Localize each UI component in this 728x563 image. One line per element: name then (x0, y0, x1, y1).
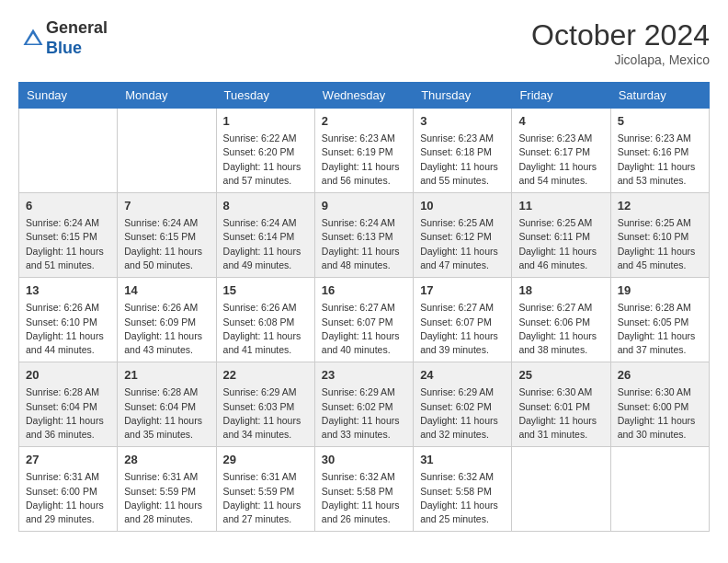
day-number: 3 (420, 113, 505, 130)
day-info: Sunrise: 6:23 AM Sunset: 6:19 PM Dayligh… (322, 132, 406, 188)
day-info: Sunrise: 6:29 AM Sunset: 6:02 PM Dayligh… (420, 385, 505, 442)
day-info: Sunrise: 6:32 AM Sunset: 5:58 PM Dayligh… (420, 470, 505, 526)
day-number: 1 (223, 113, 308, 130)
day-info: Sunrise: 6:25 AM Sunset: 6:10 PM Dayligh… (618, 216, 702, 272)
calendar-cell: 17Sunrise: 6:27 AM Sunset: 6:07 PM Dayli… (414, 278, 512, 362)
weekday-header-thursday: Thursday (414, 83, 512, 109)
day-info: Sunrise: 6:30 AM Sunset: 6:01 PM Dayligh… (518, 385, 603, 442)
day-number: 25 (518, 367, 603, 384)
day-info: Sunrise: 6:26 AM Sunset: 6:08 PM Dayligh… (223, 301, 308, 357)
weekday-header-row: SundayMondayTuesdayWednesdayThursdayFrid… (19, 83, 710, 109)
calendar-week-row: 1Sunrise: 6:22 AM Sunset: 6:20 PM Daylig… (19, 109, 710, 193)
weekday-header-tuesday: Tuesday (216, 83, 314, 109)
day-info: Sunrise: 6:27 AM Sunset: 6:06 PM Dayligh… (518, 301, 603, 357)
calendar-cell: 5Sunrise: 6:23 AM Sunset: 6:16 PM Daylig… (610, 109, 709, 193)
calendar-cell: 7Sunrise: 6:24 AM Sunset: 6:15 PM Daylig… (118, 193, 216, 278)
day-info: Sunrise: 6:26 AM Sunset: 6:09 PM Dayligh… (124, 301, 209, 357)
calendar-cell: 21Sunrise: 6:28 AM Sunset: 6:04 PM Dayli… (118, 362, 216, 447)
day-info: Sunrise: 6:26 AM Sunset: 6:10 PM Dayligh… (26, 301, 110, 357)
day-info: Sunrise: 6:27 AM Sunset: 6:07 PM Dayligh… (420, 301, 505, 357)
logo: General Blue (18, 18, 108, 58)
day-info: Sunrise: 6:22 AM Sunset: 6:20 PM Dayligh… (223, 132, 308, 188)
day-info: Sunrise: 6:24 AM Sunset: 6:15 PM Dayligh… (26, 216, 110, 272)
day-number: 16 (322, 282, 406, 299)
calendar-cell: 24Sunrise: 6:29 AM Sunset: 6:02 PM Dayli… (414, 362, 512, 447)
day-info: Sunrise: 6:27 AM Sunset: 6:07 PM Dayligh… (322, 301, 406, 357)
calendar-cell: 1Sunrise: 6:22 AM Sunset: 6:20 PM Daylig… (216, 109, 314, 193)
logo-blue: Blue (46, 39, 82, 57)
day-number: 19 (618, 282, 702, 299)
page-header: General Blue October 2024 Jicolapa, Mexi… (18, 18, 710, 67)
calendar-cell: 19Sunrise: 6:28 AM Sunset: 6:05 PM Dayli… (610, 278, 709, 362)
calendar-cell: 27Sunrise: 6:31 AM Sunset: 6:00 PM Dayli… (19, 447, 118, 532)
calendar-cell: 12Sunrise: 6:25 AM Sunset: 6:10 PM Dayli… (610, 193, 709, 278)
calendar-cell: 22Sunrise: 6:29 AM Sunset: 6:03 PM Dayli… (216, 362, 314, 447)
day-number: 5 (618, 113, 702, 130)
calendar-cell: 15Sunrise: 6:26 AM Sunset: 6:08 PM Dayli… (216, 278, 314, 362)
day-number: 24 (420, 367, 505, 384)
calendar-cell (19, 109, 118, 193)
day-info: Sunrise: 6:29 AM Sunset: 6:02 PM Dayligh… (322, 385, 406, 442)
day-number: 14 (124, 282, 209, 299)
day-number: 18 (518, 282, 603, 299)
month-title: October 2024 (531, 18, 710, 52)
calendar-cell (118, 109, 216, 193)
calendar-cell: 3Sunrise: 6:23 AM Sunset: 6:18 PM Daylig… (414, 109, 512, 193)
day-number: 7 (124, 198, 209, 214)
day-number: 17 (420, 282, 505, 299)
day-info: Sunrise: 6:23 AM Sunset: 6:16 PM Dayligh… (618, 132, 702, 188)
day-number: 21 (124, 367, 209, 384)
day-info: Sunrise: 6:28 AM Sunset: 6:04 PM Dayligh… (26, 385, 110, 442)
logo-general: General (46, 18, 108, 37)
calendar-cell: 4Sunrise: 6:23 AM Sunset: 6:17 PM Daylig… (512, 109, 610, 193)
calendar-cell: 30Sunrise: 6:32 AM Sunset: 5:58 PM Dayli… (314, 447, 413, 532)
calendar-table: SundayMondayTuesdayWednesdayThursdayFrid… (18, 82, 710, 532)
calendar-cell: 18Sunrise: 6:27 AM Sunset: 6:06 PM Dayli… (512, 278, 610, 362)
calendar-cell: 14Sunrise: 6:26 AM Sunset: 6:09 PM Dayli… (118, 278, 216, 362)
day-number: 22 (223, 367, 308, 384)
calendar-cell: 6Sunrise: 6:24 AM Sunset: 6:15 PM Daylig… (19, 193, 118, 278)
calendar-week-row: 6Sunrise: 6:24 AM Sunset: 6:15 PM Daylig… (19, 193, 710, 278)
weekday-header-wednesday: Wednesday (314, 83, 413, 109)
calendar-cell: 29Sunrise: 6:31 AM Sunset: 5:59 PM Dayli… (216, 447, 314, 532)
day-number: 8 (223, 198, 308, 214)
calendar-week-row: 13Sunrise: 6:26 AM Sunset: 6:10 PM Dayli… (19, 278, 710, 362)
day-number: 15 (223, 282, 308, 299)
day-info: Sunrise: 6:31 AM Sunset: 5:59 PM Dayligh… (223, 470, 308, 526)
logo-icon (20, 26, 46, 52)
day-number: 27 (26, 452, 110, 468)
day-info: Sunrise: 6:24 AM Sunset: 6:14 PM Dayligh… (223, 216, 308, 272)
day-info: Sunrise: 6:23 AM Sunset: 6:18 PM Dayligh… (420, 132, 505, 188)
day-info: Sunrise: 6:25 AM Sunset: 6:12 PM Dayligh… (420, 216, 505, 272)
weekday-header-monday: Monday (118, 83, 216, 109)
day-info: Sunrise: 6:31 AM Sunset: 6:00 PM Dayligh… (26, 470, 110, 526)
day-info: Sunrise: 6:23 AM Sunset: 6:17 PM Dayligh… (518, 132, 603, 188)
title-block: October 2024 Jicolapa, Mexico (531, 18, 710, 67)
calendar-week-row: 27Sunrise: 6:31 AM Sunset: 6:00 PM Dayli… (19, 447, 710, 532)
day-info: Sunrise: 6:30 AM Sunset: 6:00 PM Dayligh… (618, 385, 702, 442)
day-info: Sunrise: 6:29 AM Sunset: 6:03 PM Dayligh… (223, 385, 308, 442)
day-info: Sunrise: 6:28 AM Sunset: 6:05 PM Dayligh… (618, 301, 702, 357)
day-number: 23 (322, 367, 406, 384)
calendar-cell: 28Sunrise: 6:31 AM Sunset: 5:59 PM Dayli… (118, 447, 216, 532)
weekday-header-sunday: Sunday (19, 83, 118, 109)
day-info: Sunrise: 6:31 AM Sunset: 5:59 PM Dayligh… (124, 470, 209, 526)
day-number: 13 (26, 282, 110, 299)
calendar-cell: 26Sunrise: 6:30 AM Sunset: 6:00 PM Dayli… (610, 362, 709, 447)
day-number: 11 (518, 198, 603, 214)
day-number: 28 (124, 452, 209, 468)
calendar-cell: 2Sunrise: 6:23 AM Sunset: 6:19 PM Daylig… (314, 109, 413, 193)
calendar-cell: 9Sunrise: 6:24 AM Sunset: 6:13 PM Daylig… (314, 193, 413, 278)
calendar-cell: 16Sunrise: 6:27 AM Sunset: 6:07 PM Dayli… (314, 278, 413, 362)
calendar-cell: 13Sunrise: 6:26 AM Sunset: 6:10 PM Dayli… (19, 278, 118, 362)
day-number: 6 (26, 198, 110, 214)
day-number: 4 (518, 113, 603, 130)
day-info: Sunrise: 6:25 AM Sunset: 6:11 PM Dayligh… (518, 216, 603, 272)
calendar-cell: 31Sunrise: 6:32 AM Sunset: 5:58 PM Dayli… (414, 447, 512, 532)
day-number: 9 (322, 198, 406, 214)
day-number: 20 (26, 367, 110, 384)
logo-text: General Blue (46, 18, 108, 58)
calendar-cell: 11Sunrise: 6:25 AM Sunset: 6:11 PM Dayli… (512, 193, 610, 278)
weekday-header-friday: Friday (512, 83, 610, 109)
day-number: 12 (618, 198, 702, 214)
